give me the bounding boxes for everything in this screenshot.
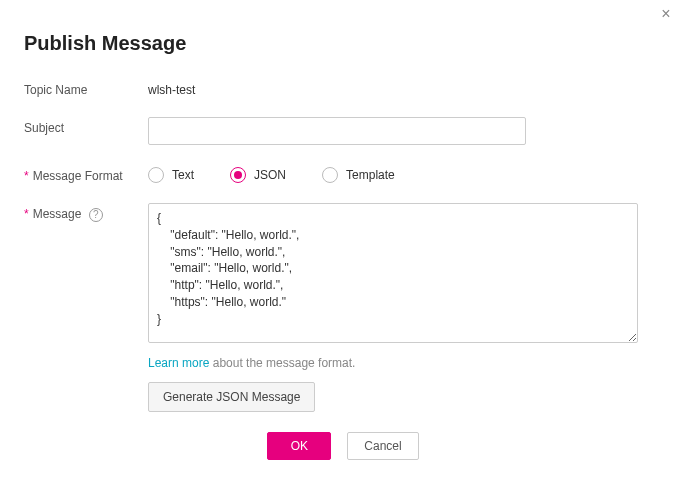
message-textarea[interactable] (148, 203, 638, 343)
radio-icon (230, 167, 246, 183)
learn-more-link[interactable]: Learn more (148, 356, 209, 370)
help-icon[interactable]: ? (89, 208, 103, 222)
radio-icon (322, 167, 338, 183)
hint-text: Learn more about the message format. (148, 356, 662, 370)
cancel-button[interactable]: Cancel (347, 432, 418, 460)
label-topic-name: Topic Name (24, 79, 148, 97)
subject-input[interactable] (148, 117, 526, 145)
radio-format-json[interactable]: JSON (230, 167, 286, 183)
dialog-title: Publish Message (24, 32, 662, 55)
label-subject: Subject (24, 117, 148, 135)
publish-message-dialog: Publish Message Topic Name wlsh-test Sub… (0, 0, 686, 460)
radio-format-template[interactable]: Template (322, 167, 395, 183)
radio-icon (148, 167, 164, 183)
radio-label: Template (346, 168, 395, 182)
close-icon[interactable]: × (658, 6, 674, 22)
generate-json-button[interactable]: Generate JSON Message (148, 382, 315, 412)
radio-format-text[interactable]: Text (148, 167, 194, 183)
ok-button[interactable]: OK (267, 432, 331, 460)
value-topic-name: wlsh-test (148, 79, 662, 97)
radio-label: Text (172, 168, 194, 182)
radio-label: JSON (254, 168, 286, 182)
label-message: *Message ? (24, 203, 148, 222)
label-message-format: *Message Format (24, 165, 148, 183)
